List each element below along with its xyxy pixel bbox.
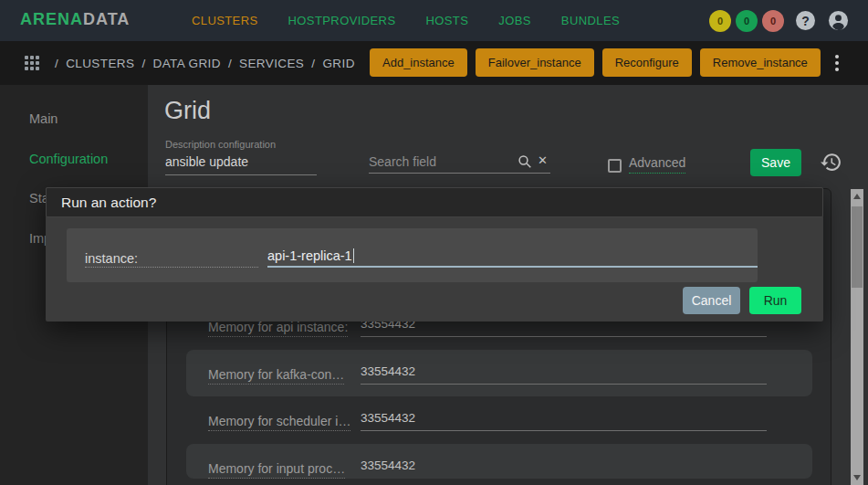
run-button[interactable]: Run <box>749 287 801 314</box>
advanced-checkbox[interactable] <box>608 159 622 173</box>
dialog-title: Run an action? <box>46 187 823 217</box>
person-icon <box>828 10 849 31</box>
description-input[interactable] <box>165 152 317 174</box>
breadcrumb-data-grid[interactable]: DATA GRID <box>153 57 221 70</box>
field-value-input[interactable]: 33554432 <box>361 411 767 431</box>
breadcrumb-separator: / <box>228 57 232 70</box>
add-instance-button[interactable]: Add_instance <box>370 48 467 77</box>
scroll-down-arrow-icon[interactable] <box>853 475 861 480</box>
failover-instance-button[interactable]: Failover_instance <box>476 48 594 77</box>
apps-grid-icon[interactable] <box>25 56 39 70</box>
instance-label: instance: <box>85 251 258 268</box>
adcm-screen: ARENADATA CLUSTERS HOSTPROVIDERS HOSTS J… <box>0 0 868 485</box>
breadcrumb-separator: / <box>311 57 315 70</box>
menu-item-hosts[interactable]: HOSTS <box>425 14 468 27</box>
breadcrumb: / CLUSTERS / DATA GRID / SERVICES / GRID <box>47 41 355 85</box>
more-actions-icon[interactable] <box>829 53 845 73</box>
field-label: Memory for api instance: <box>208 320 348 337</box>
reconfigure-button[interactable]: Reconfigure <box>602 48 692 77</box>
field-label: Memory for scheduler i… <box>208 414 350 431</box>
instance-value: api-1-replica-1 <box>267 248 352 263</box>
cancel-button[interactable]: Cancel <box>683 287 740 314</box>
breadcrumb-separator: / <box>141 57 145 70</box>
field-label: Memory for kafka-con… <box>208 367 344 385</box>
remove-instance-button[interactable]: Remove_instance <box>700 48 821 77</box>
main-menu: CLUSTERS HOSTPROVIDERS HOSTS JOBS BUNDLE… <box>192 0 620 41</box>
help-icon[interactable]: ? <box>796 11 815 30</box>
search-input[interactable] <box>369 152 510 174</box>
breadcrumb-bar: / CLUSTERS / DATA GRID / SERVICES / GRID… <box>0 41 868 85</box>
menu-item-hostproviders[interactable]: HOSTPROVIDERS <box>288 14 396 27</box>
field-label: Memory for input proc… <box>208 461 345 479</box>
menu-item-bundles[interactable]: BUNDLES <box>561 14 620 27</box>
save-button[interactable]: Save <box>750 149 801 176</box>
run-action-dialog: Run an action? instance: api-1-replica-1… <box>46 187 823 322</box>
breadcrumb-services[interactable]: SERVICES <box>239 57 304 70</box>
field-value-input[interactable]: 33554432 <box>361 459 767 479</box>
menu-item-jobs[interactable]: JOBS <box>498 14 531 27</box>
breadcrumb-grid[interactable]: GRID <box>322 57 354 70</box>
text-caret <box>353 248 355 263</box>
advanced-label[interactable]: Advanced <box>629 155 685 174</box>
status-badge-green[interactable]: 0 <box>736 10 758 32</box>
clear-search-icon[interactable]: ✕ <box>538 153 548 167</box>
scrollbar[interactable] <box>851 189 863 485</box>
page-title: Grid <box>164 97 211 125</box>
logo-data: DATA <box>83 10 130 28</box>
sidebar-item-configuration[interactable]: Configuration <box>0 140 148 180</box>
instance-input[interactable]: api-1-replica-1 <box>267 248 758 268</box>
account-icon[interactable] <box>828 10 849 31</box>
history-icon[interactable] <box>820 151 842 174</box>
scrollbar-thumb[interactable] <box>852 206 863 288</box>
field-value-input[interactable]: 33554432 <box>361 364 767 385</box>
navbar-right-group: 0 0 0 ? <box>705 0 849 41</box>
config-row-memory-input-proc: Memory for input proc… 33554432 <box>167 444 831 479</box>
scroll-up-arrow-icon[interactable] <box>853 194 861 199</box>
config-row-memory-scheduler: Memory for scheduler i… 33554432 <box>167 396 831 444</box>
breadcrumb-separator: / <box>55 57 58 70</box>
sidebar-item-main[interactable]: Main <box>0 100 148 140</box>
dialog-config-panel: instance: api-1-replica-1 <box>67 228 758 282</box>
search-field: ✕ <box>369 152 550 174</box>
breadcrumb-clusters[interactable]: CLUSTERS <box>66 57 134 70</box>
top-navbar: ARENADATA CLUSTERS HOSTPROVIDERS HOSTS J… <box>0 0 868 41</box>
cluster-action-buttons: Add_instance Failover_instance Reconfigu… <box>370 48 821 77</box>
logo-arena: ARENA <box>20 10 83 28</box>
description-field <box>165 152 317 175</box>
arenadata-logo[interactable]: ARENADATA <box>20 10 130 29</box>
config-row-memory-kafka: Memory for kafka-con… 33554432 <box>167 350 831 396</box>
description-configuration-label: Description configuration <box>165 139 276 150</box>
status-badge-red[interactable]: 0 <box>762 10 784 32</box>
menu-item-clusters[interactable]: CLUSTERS <box>192 14 258 27</box>
status-badge-yellow[interactable]: 0 <box>709 10 731 32</box>
search-icon[interactable] <box>518 154 532 173</box>
